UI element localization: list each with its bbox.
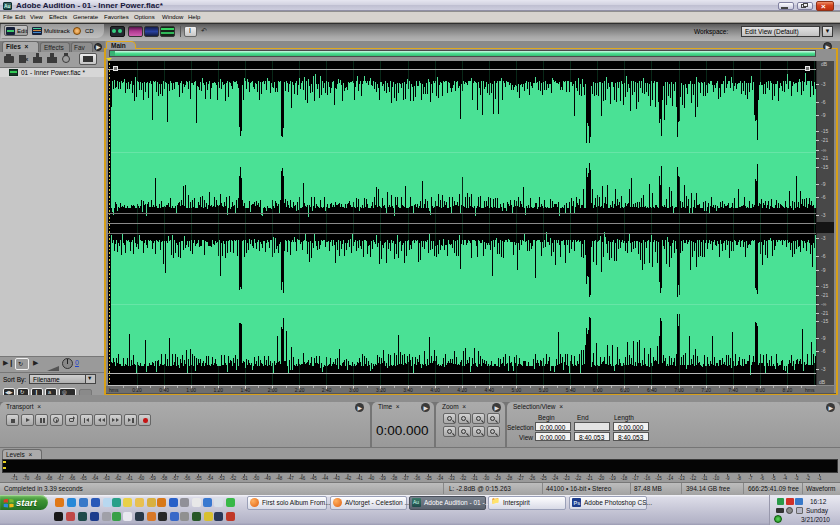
svg-text:-13: -13	[678, 476, 685, 481]
svg-text:-22: -22	[575, 476, 582, 481]
svg-text:-62: -62	[115, 476, 122, 481]
svg-text:-11: -11	[701, 476, 708, 481]
svg-text:-55: -55	[195, 476, 202, 481]
svg-text:-49: -49	[264, 476, 271, 481]
svg-text:-18: -18	[621, 476, 628, 481]
svg-text:-40: -40	[368, 476, 375, 481]
svg-text:-45: -45	[310, 476, 317, 481]
svg-text:-39: -39	[379, 476, 386, 481]
svg-text:-21: -21	[586, 476, 593, 481]
svg-text:-56: -56	[184, 476, 191, 481]
svg-text:-2: -2	[806, 476, 810, 481]
svg-text:-35: -35	[425, 476, 432, 481]
svg-text:-4: -4	[783, 476, 787, 481]
svg-text:-60: -60	[138, 476, 145, 481]
svg-text:-63: -63	[103, 476, 110, 481]
svg-text:-5: -5	[771, 476, 775, 481]
svg-text:-70: -70	[23, 476, 30, 481]
svg-text:-47: -47	[287, 476, 294, 481]
svg-text:-12: -12	[690, 476, 697, 481]
svg-text:-52: -52	[230, 476, 237, 481]
svg-text:-17: -17	[632, 476, 639, 481]
svg-text:-7: -7	[748, 476, 752, 481]
svg-text:-28: -28	[506, 476, 513, 481]
svg-text:-34: -34	[437, 476, 444, 481]
svg-text:-54: -54	[207, 476, 214, 481]
svg-text:-50: -50	[253, 476, 260, 481]
svg-text:-16: -16	[644, 476, 651, 481]
svg-text:-41: -41	[356, 476, 363, 481]
svg-text:-64: -64	[92, 476, 99, 481]
svg-text:-71: -71	[11, 476, 18, 481]
svg-text:-20: -20	[598, 476, 605, 481]
svg-text:-58: -58	[161, 476, 168, 481]
svg-text:-8: -8	[737, 476, 741, 481]
svg-text:-43: -43	[333, 476, 340, 481]
svg-text:-29: -29	[494, 476, 501, 481]
svg-text:-37: -37	[402, 476, 409, 481]
svg-text:-48: -48	[276, 476, 283, 481]
svg-text:-38: -38	[391, 476, 398, 481]
svg-text:-23: -23	[563, 476, 570, 481]
svg-text:-32: -32	[460, 476, 467, 481]
svg-text:-68: -68	[46, 476, 53, 481]
svg-text:-6: -6	[760, 476, 764, 481]
svg-text:-26: -26	[529, 476, 536, 481]
svg-text:-19: -19	[609, 476, 616, 481]
svg-text:-25: -25	[540, 476, 547, 481]
svg-text:-69: -69	[34, 476, 41, 481]
svg-text:-14: -14	[667, 476, 674, 481]
svg-text:-9: -9	[725, 476, 729, 481]
svg-text:-42: -42	[345, 476, 352, 481]
svg-text:-3: -3	[794, 476, 798, 481]
svg-text:-61: -61	[126, 476, 133, 481]
svg-text:-36: -36	[414, 476, 421, 481]
svg-text:-1: -1	[817, 476, 821, 481]
svg-text:-65: -65	[80, 476, 87, 481]
svg-text:-10: -10	[713, 476, 720, 481]
svg-text:-46: -46	[299, 476, 306, 481]
svg-text:-31: -31	[471, 476, 478, 481]
svg-text:-66: -66	[69, 476, 76, 481]
svg-text:-67: -67	[57, 476, 64, 481]
svg-text:-44: -44	[322, 476, 329, 481]
svg-text:-59: -59	[149, 476, 156, 481]
svg-text:-27: -27	[517, 476, 524, 481]
svg-text:-33: -33	[448, 476, 455, 481]
svg-text:-51: -51	[241, 476, 248, 481]
svg-text:-53: -53	[218, 476, 225, 481]
svg-text:-30: -30	[483, 476, 490, 481]
svg-text:-57: -57	[172, 476, 179, 481]
svg-text:-24: -24	[552, 476, 559, 481]
svg-text:-15: -15	[655, 476, 662, 481]
